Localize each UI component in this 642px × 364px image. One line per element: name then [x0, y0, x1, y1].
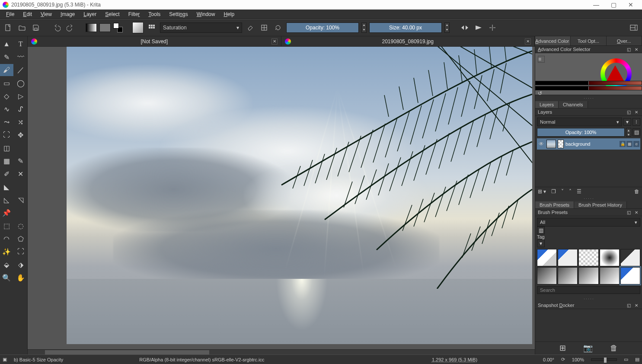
close-icon[interactable]: ✕ [635, 110, 639, 115]
layer-opacity-spin[interactable]: ▲▼ [626, 128, 631, 137]
layer-opacity-slider[interactable]: Opacity: 100% [537, 128, 625, 137]
lock-icon[interactable]: 🔒 [620, 141, 626, 147]
add-layer-button[interactable]: ⊞ ▾ [538, 188, 546, 195]
new-file-button[interactable] [3, 22, 14, 33]
dock-tab-tool-options[interactable]: Tool Opt... [571, 36, 606, 45]
text-tool[interactable]: T [14, 38, 28, 50]
dock-tab-overview[interactable]: Over... [607, 36, 642, 45]
bezier-tool[interactable]: ∿ [0, 103, 13, 115]
menu-file[interactable]: File [2, 10, 19, 18]
delete-snapshot-button[interactable]: 🗑 [610, 344, 618, 353]
brush-search-input[interactable]: Search [537, 286, 640, 294]
close-icon[interactable]: ✕ [635, 47, 639, 52]
brush-preset-cell[interactable] [600, 267, 620, 284]
brush-preset-cell[interactable] [558, 249, 578, 266]
redo-button[interactable] [65, 22, 76, 33]
duplicate-layer-button[interactable]: ❐ [551, 188, 556, 195]
polyline-tool[interactable]: ▷ [14, 90, 28, 102]
delete-layer-button[interactable]: 🗑 [634, 188, 639, 195]
visibility-icon[interactable]: 👁 [538, 141, 545, 147]
close-button[interactable]: ✕ [622, 1, 639, 8]
status-rotation[interactable]: 0.00° [543, 357, 554, 362]
document-tab-unsaved[interactable]: [Not Saved] ✕ [28, 36, 281, 46]
layer-row-background[interactable]: 👁 background 🔒 ▦ α [537, 138, 640, 150]
pattern-swatch[interactable] [99, 23, 111, 32]
reload-preset-button[interactable] [272, 22, 284, 33]
gradient-tool[interactable]: ▦ [0, 155, 13, 167]
menu-image[interactable]: Image [56, 10, 79, 18]
undo-button[interactable] [51, 22, 62, 33]
brush-preset-cell[interactable] [558, 267, 578, 284]
tab-brush-presets[interactable]: Brush Presets [535, 201, 574, 208]
layer-thumbnail-size-button[interactable]: ▤ [632, 128, 640, 136]
alpha-lock-toggle[interactable] [259, 22, 270, 33]
maximize-button[interactable]: ▢ [605, 1, 622, 8]
menu-window[interactable]: Window [192, 10, 220, 18]
similar-select-tool[interactable]: ⛶ [14, 246, 28, 258]
canvas-viewport[interactable] [28, 47, 535, 349]
zoom-slider[interactable] [591, 358, 617, 361]
crop-tool[interactable]: ◫ [0, 142, 13, 154]
minimize-button[interactable]: — [588, 1, 605, 8]
float-icon[interactable]: ◱ [627, 47, 632, 52]
brush-preset-cell[interactable] [620, 267, 640, 284]
layer-filter-button[interactable]: ▾ [623, 118, 631, 126]
inherit-alpha-icon[interactable]: α [633, 141, 639, 147]
ellipse-select-tool[interactable]: ◌ [14, 220, 28, 232]
status-color-profile[interactable]: RGB/Alpha (8-bit integer/channel) sRGB-e… [139, 357, 264, 362]
menu-select[interactable]: Select [101, 10, 124, 18]
brush-preset-cell[interactable] [620, 249, 640, 266]
freehand-select-tool[interactable]: ◠ [0, 233, 13, 245]
zoom-tool[interactable]: 🔍 [0, 271, 13, 284]
mirror-vertical-button[interactable] [473, 22, 484, 33]
reference-tool[interactable]: 📌 [0, 207, 13, 219]
brush-preset-chooser[interactable] [132, 22, 144, 33]
tab-layers[interactable]: Layers [535, 101, 559, 108]
selection-mask-icon[interactable]: ▣ [3, 357, 7, 362]
color-history-undo-icon[interactable]: ↺ [538, 90, 542, 96]
multibrush-tool[interactable]: ⤭ [14, 116, 28, 128]
poly-select-tool[interactable]: ⬠ [14, 233, 28, 245]
assistant-tool[interactable]: ◺ [0, 194, 13, 206]
brush-preset-cell[interactable] [578, 249, 598, 266]
menu-settings[interactable]: Settings [165, 10, 192, 18]
add-snapshot-button[interactable]: ⊞ [559, 343, 566, 353]
workspace-chooser-button[interactable] [628, 22, 639, 33]
color-triangle[interactable] [607, 65, 624, 81]
status-dimensions[interactable]: 1,292 x 969 (5.3 MiB) [432, 357, 477, 362]
float-icon[interactable]: ◱ [627, 210, 632, 215]
magnetic-select-tool[interactable]: ⬗ [14, 259, 28, 271]
shade-strip[interactable] [535, 86, 642, 90]
tab-brush-history[interactable]: Brush Preset History [574, 201, 627, 208]
dock-tab-advanced-color[interactable]: Advanced Color Sel... [535, 36, 571, 45]
menu-view[interactable]: View [36, 10, 56, 18]
alpha-lock-icon[interactable]: ▦ [626, 141, 632, 147]
layer-settings-button[interactable]: ⁝ [632, 118, 640, 126]
rectangle-tool[interactable]: ▭ [0, 77, 13, 89]
brush-preset-cell[interactable] [578, 267, 598, 284]
brush-tag-filter-combo[interactable]: All▾ [537, 218, 640, 227]
smart-fill-tool[interactable]: ✕ [14, 168, 28, 180]
menu-filter[interactable]: Filter [124, 10, 144, 18]
docker-grip[interactable]: · · · · · [535, 95, 642, 101]
color-settings-icon[interactable]: ≡ [538, 56, 545, 63]
close-icon[interactable]: ✕ [635, 210, 639, 215]
close-tab-icon[interactable]: ✕ [525, 38, 531, 45]
brush-preset-cell[interactable] [537, 249, 557, 266]
blend-mode-combo[interactable]: Saturation ▾ [160, 22, 242, 33]
brush-preset-cell[interactable] [600, 249, 620, 266]
mirror-horizontal-button[interactable] [459, 22, 470, 33]
size-spin[interactable]: ▲▼ [444, 22, 450, 33]
document-tab-image[interactable]: 20190805_080919.jpg ✕ [281, 36, 535, 46]
open-file-button[interactable] [16, 22, 28, 33]
bezier-select-tool[interactable]: ⬙ [0, 259, 13, 271]
move-layer-up-button[interactable]: ˄ [569, 188, 572, 195]
contiguous-select-tool[interactable]: ✨ [0, 246, 13, 258]
float-icon[interactable]: ◱ [627, 303, 632, 308]
shape-edit-tool[interactable]: ✎ [0, 51, 13, 63]
save-file-button[interactable] [30, 22, 42, 33]
status-zoom[interactable]: 100% [572, 357, 584, 362]
transform-tool[interactable]: ⛶ [0, 129, 13, 141]
color-picker-tool[interactable]: ✎ [14, 155, 28, 167]
brush-editor-button[interactable] [146, 22, 157, 33]
